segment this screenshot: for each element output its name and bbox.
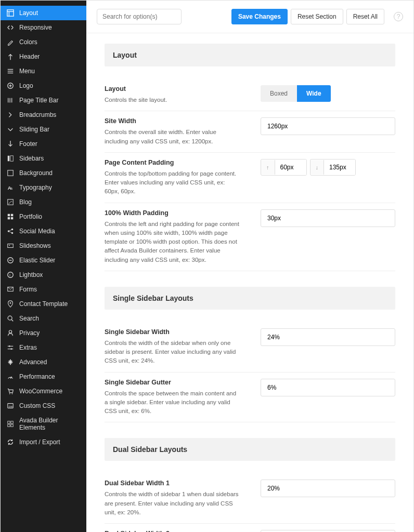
sidebar-item-import-export[interactable]: Import / Export <box>1 435 86 449</box>
svg-rect-18 <box>8 214 10 216</box>
colors-icon <box>7 38 14 46</box>
svg-line-26 <box>9 232 11 233</box>
svg-rect-27 <box>8 244 14 248</box>
background-icon <box>7 169 14 177</box>
padding-bottom-input[interactable] <box>324 159 355 175</box>
svg-line-36 <box>11 320 13 321</box>
site-width-input[interactable] <box>261 117 395 135</box>
sidebar-item-label: Blog <box>19 198 32 206</box>
save-changes-button[interactable]: Save Changes <box>231 9 288 24</box>
share-icon <box>7 228 14 235</box>
single-width-input[interactable] <box>261 328 395 346</box>
sidebar-item-page-title-bar[interactable]: Page Title Bar <box>1 93 86 108</box>
slider-icon <box>7 257 14 264</box>
section-header-dual: Dual Sidebar Layouts <box>105 438 395 461</box>
blog-icon <box>7 198 14 206</box>
toggle-boxed[interactable]: Boxed <box>261 85 297 102</box>
sidebar-item-performance[interactable]: Performance <box>1 369 86 384</box>
field-title: Dual Sidebar Width 1 <box>105 480 240 487</box>
svg-rect-12 <box>8 156 10 162</box>
sidebar-item-label: Privacy <box>19 329 40 337</box>
sidebar-item-label: Social Media <box>19 228 55 235</box>
performance-icon <box>7 373 14 380</box>
sidebar-item-footer[interactable]: Footer <box>1 137 86 151</box>
sidebar-item-slideshows[interactable]: Slideshows <box>1 238 86 253</box>
field-title: Page Content Padding <box>105 159 240 166</box>
padding-top-input[interactable] <box>275 159 306 175</box>
sidebar-item-breadcrumbs[interactable]: Breadcrumbs <box>1 108 86 122</box>
sidebar-item-social-media[interactable]: Social Media <box>1 224 86 238</box>
help-icon[interactable]: ? <box>394 12 403 21</box>
sidebar-item-custom-css[interactable]: cssCustom CSS <box>1 398 86 413</box>
sidebar-item-extras[interactable]: Extras <box>1 340 86 355</box>
reset-section-button[interactable]: Reset Section <box>291 9 343 24</box>
field-desc: Controls the site layout. <box>105 96 240 104</box>
sidebar-item-search[interactable]: Search <box>1 311 86 326</box>
sidebar-item-elastic-slider[interactable]: Elastic Slider <box>1 253 86 268</box>
svg-point-28 <box>9 245 10 246</box>
field-dual-sidebar-width-2: Dual Sidebar Width 2 Controls the width … <box>105 524 395 532</box>
field-title: Site Width <box>105 117 240 125</box>
sidebar-item-colors[interactable]: Colors <box>1 35 86 49</box>
svg-point-31 <box>8 272 14 278</box>
sliding-bar-icon <box>7 126 14 133</box>
search-input[interactable] <box>97 9 182 24</box>
sidebars-icon <box>7 155 14 162</box>
lightbox-icon: i <box>7 271 14 278</box>
sidebar-item-menu[interactable]: Menu <box>1 64 86 78</box>
sidebar-item-responsive[interactable]: Responsive <box>1 20 86 35</box>
field-desc: Controls the left and right padding for … <box>105 220 240 264</box>
sidebar-item-label: Search <box>19 315 39 322</box>
sidebar-item-forms[interactable]: Forms <box>1 282 86 297</box>
field-desc: Controls the width of the sidebar when o… <box>105 339 240 366</box>
extras-icon <box>7 344 14 351</box>
sidebar-item-avada-builder[interactable]: Avada Builder Elements <box>1 413 86 435</box>
toggle-wide[interactable]: Wide <box>297 85 331 102</box>
sidebar-item-label: Breadcrumbs <box>19 111 56 118</box>
section-header-layout: Layout <box>105 44 395 66</box>
breadcrumbs-icon <box>7 111 14 118</box>
sidebar-item-label: Background <box>19 169 53 177</box>
sidebar-item-layout[interactable]: Layout <box>1 6 86 20</box>
sidebar-item-advanced[interactable]: Advanced <box>1 355 86 369</box>
sidebar-item-contact-template[interactable]: Contact Template <box>1 297 86 311</box>
svg-rect-0 <box>7 10 14 16</box>
field-site-width: Site Width Controls the overall site wid… <box>105 111 395 153</box>
svg-rect-21 <box>11 217 13 219</box>
sidebar-item-lightbox[interactable]: iLightbox <box>1 268 86 282</box>
sidebar-item-portfolio[interactable]: Portfolio <box>1 209 86 224</box>
field-desc: Controls the top/bottom padding for page… <box>105 169 240 196</box>
content-area: Layout Layout Controls the site layout. … <box>86 33 413 532</box>
privacy-icon <box>7 329 14 337</box>
sidebar-item-sliding-bar[interactable]: Sliding Bar <box>1 122 86 137</box>
logo-icon <box>7 82 14 89</box>
sidebar-item-logo[interactable]: Logo <box>1 78 86 93</box>
sidebar-item-label: Advanced <box>19 358 47 366</box>
menu-icon <box>7 68 14 75</box>
sidebar-item-background[interactable]: Background <box>1 166 86 180</box>
full-padding-input[interactable] <box>261 209 395 227</box>
sidebar-item-label: Forms <box>19 286 37 293</box>
sidebar-item-sidebars[interactable]: Sidebars <box>1 151 86 166</box>
svg-point-40 <box>9 345 10 347</box>
reset-all-button[interactable]: Reset All <box>346 9 384 24</box>
sidebar-item-label: Typography <box>19 184 52 191</box>
field-desc: Controls the overall site width. Enter v… <box>105 128 240 146</box>
svg-rect-49 <box>8 424 10 427</box>
svg-rect-19 <box>11 214 13 216</box>
single-gutter-input[interactable] <box>261 379 395 396</box>
css-icon: css <box>7 402 14 409</box>
svg-point-43 <box>9 393 10 394</box>
sidebar-item-header[interactable]: Header <box>1 49 86 64</box>
typography-icon: Aa <box>7 184 14 191</box>
svg-point-35 <box>8 316 12 320</box>
dual-w1-input[interactable] <box>261 480 395 497</box>
sidebar-item-privacy[interactable]: Privacy <box>1 326 86 340</box>
sidebar-item-typography[interactable]: AaTypography <box>1 180 86 195</box>
sidebar-item-blog[interactable]: Blog <box>1 195 86 209</box>
sidebar-item-label: Sidebars <box>19 155 44 162</box>
contact-icon <box>7 300 14 308</box>
dual-w2-input[interactable] <box>261 530 395 532</box>
sidebar-item-label: Slideshows <box>19 242 51 249</box>
sidebar-item-woocommerce[interactable]: WooCommerce <box>1 384 86 398</box>
